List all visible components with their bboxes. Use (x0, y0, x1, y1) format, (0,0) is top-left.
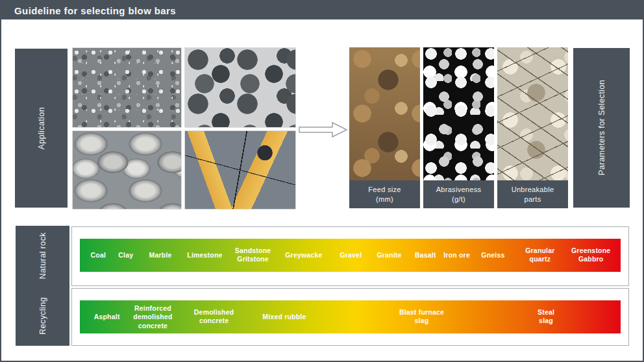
natural-rock-label: Natural rock (38, 232, 47, 279)
material-label: Basalt (415, 251, 436, 260)
parameter-column-unbreakable-parts: Unbreakable parts (497, 47, 568, 208)
natural-rock-box: CoalClayMarbleLimestoneSandstone Gritsto… (71, 226, 629, 286)
material-label: Iron ore (443, 251, 470, 260)
caption-feed-size: Feed size (mm) (349, 180, 420, 208)
page-title: Guideline for selecting blow bars (1, 5, 176, 16)
material-label: Mixed rubble (262, 313, 306, 322)
material-label: Greenstone Gabbro (571, 247, 610, 264)
recycling-label-cell: Recycling (16, 286, 69, 346)
photo-crushed-fine-aggregate (72, 47, 182, 128)
recycling-label: Recycling (38, 297, 47, 335)
material-rows-sidebar: Natural rock Recycling (16, 226, 69, 346)
material-label: Asphalt (94, 313, 120, 322)
application-sidebar: Application (15, 49, 68, 208)
parameters-label: Parameters for Selection (597, 80, 606, 175)
natural-rock-gradient-bar: CoalClayMarbleLimestoneSandstone Gritsto… (80, 239, 621, 272)
material-label: Granite (377, 251, 401, 260)
material-label: Gravel (340, 251, 362, 260)
photo-rounded-river-pebbles (72, 130, 182, 210)
caption-abrasiveness: Abrasiveness (g/t) (423, 180, 494, 208)
material-label: Sandstone Gritstone (235, 247, 271, 264)
natural-rock-label-cell: Natural rock (16, 226, 69, 286)
application-photo-grid (72, 47, 296, 210)
material-label: Blast furnace slag (399, 308, 444, 326)
photo-high-contrast-crushed-rock (423, 47, 494, 180)
recycling-gradient-bar: AsphaltReinforced demolished concreteDem… (80, 300, 621, 333)
material-label: Greywacke (285, 251, 322, 260)
photo-cracked-asphalt-road (184, 130, 296, 210)
application-label: Application (37, 107, 46, 150)
photo-blasted-brown-rock (349, 47, 420, 180)
photo-demolition-rubble-rebar (497, 47, 568, 180)
header-bar: Guideline for selecting blow bars (1, 1, 643, 19)
material-label: Gneiss (481, 251, 504, 260)
flow-arrow-icon (299, 121, 348, 139)
caption-unbreakable-parts: Unbreakable parts (497, 180, 568, 208)
material-label: Coal (91, 251, 106, 260)
parameters-sidebar: Parameters for Selection (573, 48, 630, 208)
material-label: Granular quartz (525, 247, 554, 264)
material-label: Clay (118, 251, 133, 260)
parameter-column-feed-size: Feed size (mm) (349, 47, 420, 208)
material-label: Steal slag (538, 308, 554, 326)
material-label: Marble (149, 251, 172, 260)
guideline-page: Guideline for selecting blow bars Applic… (0, 0, 644, 362)
material-label: Limestone (187, 251, 222, 260)
material-label: Reinforced demolished concrete (133, 304, 172, 330)
recycling-box: AsphaltReinforced demolished concreteDem… (71, 288, 629, 346)
parameter-column-abrasiveness: Abrasiveness (g/t) (423, 47, 494, 208)
material-label: Demolished concrete (194, 308, 234, 326)
photo-crushed-coarse-stones (184, 47, 296, 128)
